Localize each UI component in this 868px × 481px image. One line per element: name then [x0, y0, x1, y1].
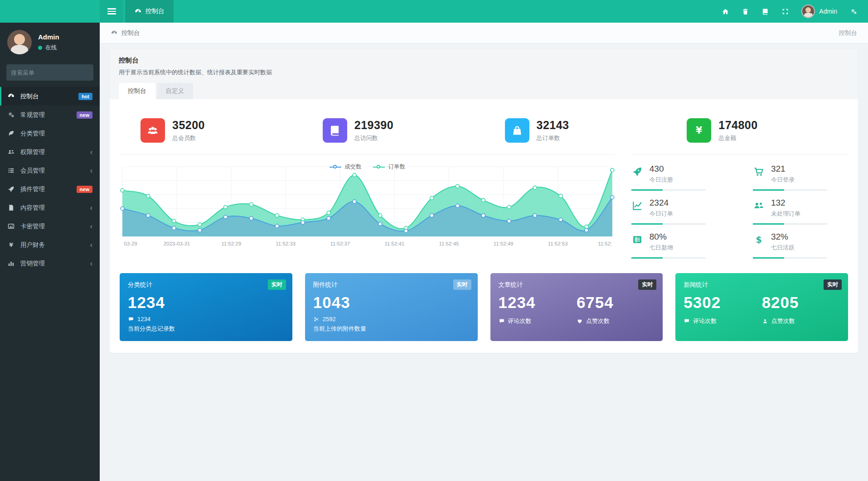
- top-navbar: 控制台 Admin: [0, 0, 868, 23]
- sidebar-item-member[interactable]: 会员管理 ‹: [0, 161, 100, 180]
- realtime-badge: 实时: [268, 279, 286, 290]
- list-icon: [7, 167, 15, 174]
- card-news-stats[interactable]: 新闻统计 实时 5302 评论次数 8205 点赞次数: [675, 273, 848, 341]
- sidebar-item-content[interactable]: 内容管理 ‹: [0, 198, 100, 217]
- dollar-icon: [753, 234, 765, 245]
- card-sub-value: 1234: [137, 316, 150, 322]
- scissors-icon: [313, 316, 320, 322]
- fullscreen-button[interactable]: [775, 0, 795, 23]
- search-input[interactable]: [11, 69, 91, 76]
- panel-heading: 控制台 用于展示当前系统中的统计数据、统计报表及重要实时数据 控制台 自定义: [110, 49, 858, 99]
- docs-icon: [761, 8, 769, 15]
- leaf-icon: [7, 130, 15, 137]
- mini-value: 32%: [771, 232, 795, 242]
- mini-stat-registrations: 430 今日注册: [630, 163, 727, 197]
- realtime-badge: 实时: [638, 279, 656, 290]
- mini-value: 2324: [650, 198, 673, 208]
- mini-stat-7day-new: 80% 七日新增: [630, 231, 727, 265]
- tab-dashboard[interactable]: 控制台: [119, 83, 155, 99]
- panel-tabs: 控制台 自定义: [119, 83, 849, 99]
- docs-button[interactable]: [755, 0, 775, 23]
- sidebar-item-general[interactable]: 常规管理 new: [0, 106, 100, 124]
- card-label: 当前上传的附件数量: [313, 325, 470, 333]
- breadcrumb-current: 控制台: [121, 29, 140, 37]
- home-button[interactable]: [715, 0, 735, 23]
- tab-custom[interactable]: 自定义: [157, 83, 194, 99]
- sidebar-item-auth[interactable]: 权限管理 ‹: [0, 143, 100, 161]
- card-title: 新闻统计: [684, 281, 840, 289]
- svg-text:11:52:37: 11:52:37: [330, 241, 350, 246]
- svg-text:03-29: 03-29: [124, 241, 137, 246]
- settings-button[interactable]: [844, 0, 863, 23]
- metric-likes: 6754 点赞次数: [577, 293, 655, 325]
- new-badge: new: [77, 111, 92, 119]
- chevron-left-icon: ‹: [90, 223, 92, 230]
- sidebar-search: [6, 64, 93, 81]
- legend-label: 订单数: [388, 163, 405, 171]
- stat-total-members: 35200 总会员数: [120, 115, 302, 154]
- card-title: 附件统计: [313, 281, 470, 289]
- mini-label: 今日注册: [650, 176, 673, 184]
- gauge-icon: [111, 29, 118, 37]
- sidebar-user-panel: Admin 在线: [0, 23, 100, 63]
- sidebar-item-label: 营销管理: [20, 260, 85, 268]
- hamburger-icon: [107, 8, 116, 14]
- card-attachment-stats[interactable]: 附件统计 实时 1043 2592 当前上传的附件数量: [305, 273, 478, 341]
- trash-icon: [742, 8, 749, 15]
- mini-stat-pending-orders: 132 未处理订单: [752, 197, 848, 231]
- file-icon: [7, 204, 15, 212]
- svg-text:11:52:33: 11:52:33: [276, 241, 296, 246]
- stats-row: 35200 总会员数 219390 总访问数 32143 总订单数 1748: [120, 108, 848, 154]
- card-category-stats[interactable]: 分类统计 实时 1234 1234 当前分类总记录数: [120, 273, 292, 341]
- navbar-tab-dashboard[interactable]: 控制台: [125, 0, 174, 23]
- card-article-stats[interactable]: 文章统计 实时 1234 评论次数 6754 点赞次数: [490, 273, 663, 341]
- sidebar-item-dashboard[interactable]: 控制台 hot: [0, 87, 100, 106]
- dashboard-panel: 控制台 用于展示当前系统中的统计数据、统计报表及重要实时数据 控制台 自定义 3…: [110, 49, 858, 353]
- svg-text:2023-03-31: 2023-03-31: [164, 241, 190, 246]
- orders-chart: 成交数 订单数 03-292023-03-3111:52:2911:52:331…: [120, 154, 615, 265]
- svg-text:11:52:29: 11:52:29: [221, 241, 241, 246]
- stat-value: 219390: [354, 119, 393, 132]
- sidebar-item-label: 内容管理: [20, 204, 85, 212]
- navbar-avatar: [801, 5, 815, 18]
- avatar[interactable]: [7, 30, 32, 54]
- sidebar-toggle-button[interactable]: [100, 0, 123, 23]
- sidebar-item-finance[interactable]: 用户财务 ‹: [0, 236, 100, 254]
- stat-total-visits: 219390 总访问数: [302, 115, 484, 154]
- user-menu[interactable]: Admin: [795, 0, 844, 23]
- metric-value: 6754: [577, 293, 655, 312]
- mini-label: 未处理订单: [771, 210, 800, 218]
- sidebar-item-label: 分类管理: [20, 130, 92, 138]
- metric-value: 8205: [762, 293, 840, 312]
- legend-item-deals[interactable]: 成交数: [330, 163, 362, 171]
- sidebar-item-category[interactable]: 分类管理: [0, 124, 100, 143]
- hot-badge: hot: [78, 93, 92, 100]
- rocket-icon: [631, 166, 643, 178]
- svg-text:11:52:53: 11:52:53: [548, 241, 568, 246]
- cart-icon: [753, 166, 765, 178]
- bar-chart-icon: [7, 260, 15, 267]
- gears-icon: [850, 8, 858, 15]
- gauge-icon: [7, 92, 15, 100]
- sidebar-item-marketing[interactable]: 营销管理 ‹: [0, 254, 100, 273]
- new-badge: new: [77, 186, 92, 193]
- metric-label-text: 评论次数: [693, 317, 717, 325]
- panel-body: 35200 总会员数 219390 总访问数 32143 总订单数 1748: [110, 99, 858, 353]
- stat-label: 总访问数: [354, 134, 393, 142]
- comment-icon: [684, 318, 690, 324]
- sidebar-item-addon[interactable]: 插件管理 new: [0, 180, 100, 198]
- chevron-left-icon: ‹: [90, 260, 92, 267]
- gauge-icon: [134, 8, 142, 15]
- stat-label: 总订单数: [537, 134, 569, 142]
- metric-comments: 1234 评论次数: [499, 293, 577, 325]
- summary-cards: 分类统计 实时 1234 1234 当前分类总记录数 附件统计 实时 1043 …: [120, 273, 848, 341]
- mini-stat-7day-active: 32% 七日活跃: [752, 231, 848, 265]
- metric-label-text: 点赞次数: [586, 317, 610, 325]
- mini-stat-logins: 321 今日登录: [752, 163, 848, 197]
- online-status-label: 在线: [45, 44, 57, 52]
- chevron-left-icon: ‹: [90, 241, 92, 249]
- sidebar-item-cardkey[interactable]: 卡密管理 ‹: [0, 217, 100, 236]
- legend-item-orders[interactable]: 订单数: [373, 163, 405, 171]
- clear-cache-button[interactable]: [735, 0, 755, 23]
- metric-likes: 8205 点赞次数: [762, 293, 840, 325]
